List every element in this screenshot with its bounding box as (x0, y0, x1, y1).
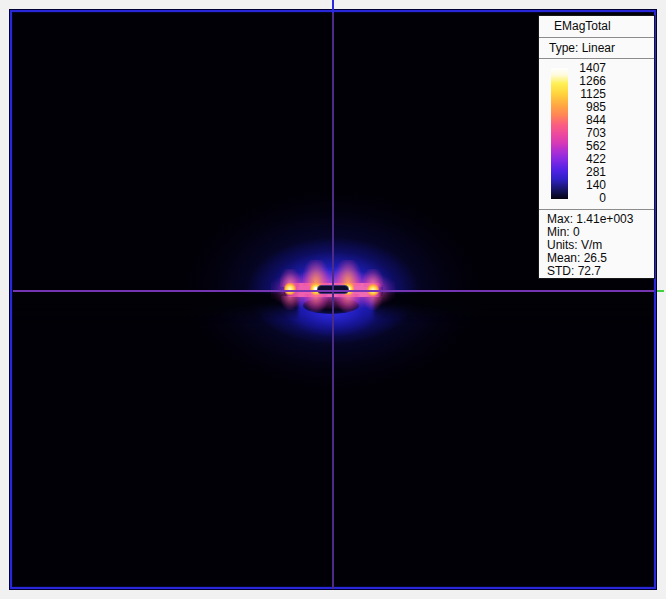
colorbar (551, 68, 568, 199)
crosshair-vertical-margin (332, 0, 334, 13)
field-hotspot (284, 283, 296, 295)
crosshair-horizontal-line (13, 290, 654, 292)
edge-marker-green (657, 290, 664, 292)
field-dip (364, 296, 382, 310)
legend-scale: 1407126611259858447035624222811400 (539, 59, 654, 210)
field-plot-window: EMagTotal Type: Linear 14071266112598584… (0, 0, 666, 599)
legend-panel[interactable]: EMagTotal Type: Linear 14071266112598584… (538, 15, 655, 279)
colorbar-tick: 0 (572, 192, 606, 205)
legend-stats: Max: 1.41e+003Min: 0Units: V/mMean: 26.5… (539, 210, 654, 278)
field-dip (281, 296, 299, 310)
field-dip (304, 294, 328, 312)
ground-plane-left (13, 292, 298, 322)
legend-type: Type: Linear (539, 38, 654, 59)
stat-line: STD: 72.7 (547, 265, 654, 278)
ground-plane-right (374, 292, 653, 322)
field-dip (336, 294, 360, 312)
crosshair-vertical-line (332, 13, 334, 589)
colorbar-ticks: 1407126611259858447035624222811400 (572, 62, 606, 205)
legend-title: EMagTotal (539, 16, 654, 38)
